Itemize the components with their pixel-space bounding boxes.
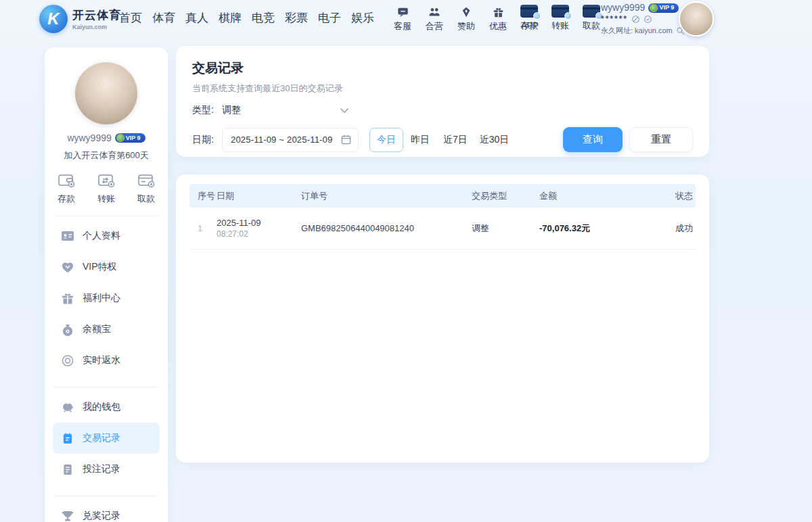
brand-name: 开云体育 [72,7,121,23]
sponsorship-button[interactable]: 赞助 [455,5,478,32]
profile-photo [75,62,137,124]
transfer-card-icon [551,5,569,18]
top-header: K 开云体育 Kaiyun.com 首页 体育 真人 棋牌 电竞 彩票 电子 娱… [0,0,812,39]
chat-icon [397,5,409,18]
search-button[interactable]: 查询 [563,127,623,152]
vip-gem-icon [61,261,74,273]
sidebar-quick-actions: 存款 转账 取款 [53,172,160,205]
vip-badge: VIP 9 [648,3,679,13]
chevron-down-icon [340,108,349,114]
join-days-text: 加入开云体育第600天 [53,149,160,162]
range-today-button[interactable]: 今日 [369,128,403,152]
rebate-circle-icon [61,354,74,367]
main-nav: 首页 体育 真人 棋牌 电竞 彩票 电子 娱乐 [119,0,374,35]
header-money-actions: 存款 转账 取款 [518,5,603,32]
col-index: 序号 [189,190,217,202]
sidebar-item-profile[interactable]: 个人资料 [53,220,160,252]
nav-lottery[interactable]: 彩票 [285,10,308,26]
refresh-balance-icon[interactable] [644,15,652,24]
nav-cards[interactable]: 棋牌 [219,10,242,26]
sidebar-vip-badge: VIP 9 [115,133,145,143]
nav-entertainment[interactable]: 娱乐 [351,10,374,26]
cell-amount: -70,076.32元 [539,222,664,235]
page-subtitle: 当前系统支持查询最近30日的交易记录 [192,82,693,95]
vip-shield-icon [650,4,658,12]
username: wywy9999 [601,2,645,14]
customer-service-button[interactable]: 客服 [391,5,414,32]
sidebar-item-welfare[interactable]: 福利中心 [53,283,160,314]
divider [54,387,158,387]
type-label: 类型: [192,104,222,116]
col-amount: 金额 [539,190,664,202]
brand-logo[interactable]: K 开云体育 Kaiyun.com [39,5,121,33]
masked-balance: ****** [601,14,628,25]
sidebar-item-wallet[interactable]: 我的钱包 [53,392,160,423]
sidebar-transfer-button[interactable]: 转账 [97,172,116,205]
nav-esports[interactable]: 电竞 [252,10,275,26]
col-order-no: 订单号 [301,190,472,202]
range-7days-button[interactable]: 近7日 [437,128,474,152]
sidebar-item-yuebao[interactable]: 余额宝 [53,314,160,345]
nav-home[interactable]: 首页 [119,10,142,26]
bet-record-icon [61,463,74,476]
id-card-icon [61,230,74,242]
range-30days-button[interactable]: 近30日 [474,128,516,152]
gift-box-icon [61,292,74,304]
sidebar-withdraw-button[interactable]: 取款 [137,172,156,205]
diamond-icon [459,5,473,18]
sidebar-item-transactions[interactable]: 交易记录 [53,423,160,454]
table-header: 序号 日期 订单号 交易类型 金额 状态 [189,184,696,208]
cell-date: 2025-11-09 08:27:02 [217,218,301,239]
sidebar-deposit-button[interactable]: 存款 [57,172,76,205]
transfer-button[interactable]: 转账 [549,5,572,32]
divider [54,496,158,496]
partnership-button[interactable]: 合营 [423,5,446,32]
cell-order-no: GMB6982506440049081240 [301,223,472,233]
cell-type: 调整 [472,222,539,235]
money-pouch-icon [61,323,74,336]
reset-button[interactable]: 重置 [629,127,693,152]
date-label: 日期: [192,134,222,146]
nav-sports[interactable]: 体育 [152,10,175,26]
deposit-button[interactable]: 存款 [518,5,541,32]
card-withdraw-icon [137,172,156,189]
range-yesterday-button[interactable]: 昨日 [403,128,437,152]
date-range-value: 2025-11-09 ~ 2025-11-09 [231,135,332,145]
cell-index: 1 [189,223,217,233]
sidebar-item-rebate[interactable]: 实时返水 [53,345,160,376]
table-row: 1 2025-11-09 08:27:02 GMB698250644004908… [189,208,696,250]
cell-status: 成功 [664,222,696,235]
col-status: 状态 [664,190,696,202]
brand-logo-icon: K [39,5,68,33]
sidebar: wywy9999 VIP 9 加入开云体育第600天 存款 转账 取款 个人 [45,47,168,522]
deposit-card-icon [520,5,538,18]
withdraw-button[interactable]: 取款 [580,5,603,32]
date-range-input[interactable]: 2025-11-09 ~ 2025-11-09 [222,128,359,152]
nav-live[interactable]: 真人 [185,10,208,26]
promotions-button[interactable]: 优惠 [487,5,510,32]
avatar[interactable] [679,1,714,37]
people-icon [428,5,441,18]
sidebar-item-vip[interactable]: VIP特权 [53,252,160,283]
transaction-book-icon [61,432,74,445]
vip-shield-icon [116,134,125,142]
brand-domain: Kaiyun.com [72,24,121,30]
sidebar-item-bets[interactable]: 投注记录 [53,454,160,485]
calendar-icon[interactable] [341,135,351,145]
col-date: 日期 [217,190,301,202]
wallet-deposit-icon [57,172,76,189]
card-transfer-icon [97,172,116,189]
sidebar-item-prizes[interactable]: 兑奖记录 [53,500,160,522]
divider [54,216,158,216]
eye-off-icon[interactable] [631,15,640,24]
type-select-value: 调整 [222,104,241,116]
col-type: 交易类型 [472,190,539,202]
prize-record-icon [61,510,74,522]
type-select[interactable]: 调整 [222,104,349,116]
nav-slots[interactable]: 电子 [318,10,341,26]
permanent-url: 永久网址: kaiyun.com [601,25,673,37]
withdraw-card-icon [583,5,600,18]
sidebar-username: wywy9999 [67,133,111,143]
filter-panel: 交易记录 当前系统支持查询最近30日的交易记录 类型: 调整 日期: 2025-… [176,46,709,157]
gift-icon [492,5,505,18]
